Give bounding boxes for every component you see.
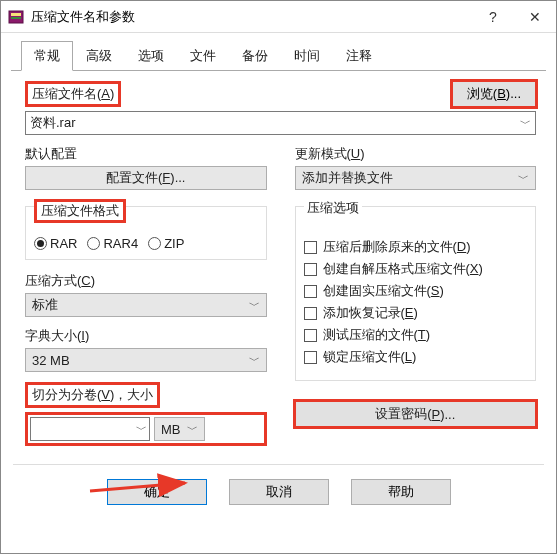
check-lock[interactable]: 锁定压缩文件(L) xyxy=(304,348,528,366)
split-unit-combo[interactable]: MB﹀ xyxy=(154,417,205,441)
chevron-down-icon[interactable]: ﹀ xyxy=(187,422,198,437)
radio-rar[interactable]: RAR xyxy=(34,236,77,251)
tab-options[interactable]: 选项 xyxy=(125,41,177,71)
check-test[interactable]: 测试压缩的文件(T) xyxy=(304,326,528,344)
help-footer-button[interactable]: 帮助 xyxy=(351,479,451,505)
close-button[interactable]: ✕ xyxy=(514,2,556,32)
method-label: 压缩方式(C) xyxy=(25,272,267,290)
svg-rect-1 xyxy=(11,13,21,16)
tab-advanced[interactable]: 高级 xyxy=(73,41,125,71)
method-combo[interactable]: 标准﹀ xyxy=(25,293,267,317)
dialog-window: 压缩文件名和参数 ? ✕ 常规 高级 选项 文件 备份 时间 注释 压缩文件名(… xyxy=(0,0,557,554)
tab-backup[interactable]: 备份 xyxy=(229,41,281,71)
update-mode-label: 更新模式(U) xyxy=(295,145,537,163)
dialog-footer: 确定 取消 帮助 xyxy=(13,464,544,505)
check-sfx[interactable]: 创建自解压格式压缩文件(X) xyxy=(304,260,528,278)
radio-rar4[interactable]: RAR4 xyxy=(87,236,138,251)
tab-comment[interactable]: 注释 xyxy=(333,41,385,71)
svg-line-4 xyxy=(90,483,185,491)
archive-name-label: 压缩文件名(A) xyxy=(25,81,121,107)
split-label: 切分为分卷(V)，大小 xyxy=(25,382,160,408)
help-button[interactable]: ? xyxy=(472,2,514,32)
split-controls: ﹀ MB﹀ xyxy=(25,412,267,446)
check-delete-after[interactable]: 压缩后删除原来的文件(D) xyxy=(304,238,528,256)
chevron-down-icon[interactable]: ﹀ xyxy=(249,353,260,368)
set-password-button[interactable]: 设置密码(P)... xyxy=(295,401,537,427)
cancel-button[interactable]: 取消 xyxy=(229,479,329,505)
format-group: 压缩文件格式 RAR RAR4 ZIP xyxy=(25,206,267,260)
tab-general[interactable]: 常规 xyxy=(21,41,73,71)
chevron-down-icon[interactable]: ﹀ xyxy=(136,422,147,437)
chevron-down-icon[interactable]: ﹀ xyxy=(518,171,529,186)
arrow-annotation xyxy=(85,473,195,501)
browse-button[interactable]: 浏览(B)... xyxy=(452,81,536,107)
tab-time[interactable]: 时间 xyxy=(281,41,333,71)
profiles-button[interactable]: 配置文件(F)... xyxy=(25,166,267,190)
svg-rect-2 xyxy=(11,17,21,19)
archive-name-input[interactable]: 资料.rar ﹀ xyxy=(25,111,536,135)
app-icon xyxy=(7,8,25,26)
update-mode-combo[interactable]: 添加并替换文件﹀ xyxy=(295,166,537,190)
radio-zip[interactable]: ZIP xyxy=(148,236,184,251)
options-group: 压缩选项 压缩后删除原来的文件(D) 创建自解压格式压缩文件(X) 创建固实压缩… xyxy=(295,206,537,381)
split-size-input[interactable]: ﹀ xyxy=(30,417,150,441)
chevron-down-icon[interactable]: ﹀ xyxy=(520,116,531,131)
titlebar: 压缩文件名和参数 ? ✕ xyxy=(1,1,556,33)
format-label: 压缩文件格式 xyxy=(34,199,126,223)
window-title: 压缩文件名和参数 xyxy=(31,8,472,26)
tab-content: 压缩文件名(A) 浏览(B)... 资料.rar ﹀ 默认配置 配置文件(F).… xyxy=(1,71,556,446)
check-recovery[interactable]: 添加恢复记录(E) xyxy=(304,304,528,322)
tab-files[interactable]: 文件 xyxy=(177,41,229,71)
options-label: 压缩选项 xyxy=(304,199,362,217)
dict-combo[interactable]: 32 MB﹀ xyxy=(25,348,267,372)
chevron-down-icon[interactable]: ﹀ xyxy=(249,298,260,313)
default-profile-label: 默认配置 xyxy=(25,145,267,163)
check-solid[interactable]: 创建固实压缩文件(S) xyxy=(304,282,528,300)
tab-strip: 常规 高级 选项 文件 备份 时间 注释 xyxy=(1,33,556,71)
dict-label: 字典大小(I) xyxy=(25,327,267,345)
